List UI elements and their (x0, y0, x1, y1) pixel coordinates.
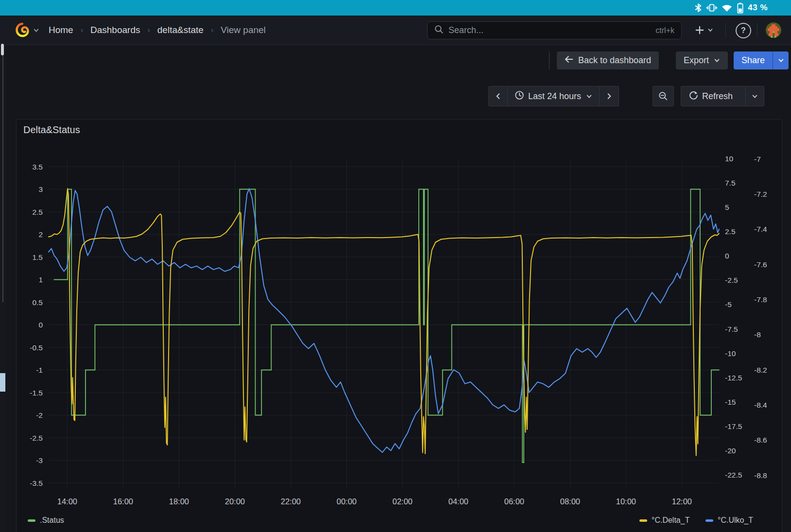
svg-text:-20: -20 (725, 446, 736, 455)
svg-text:-3.5: -3.5 (30, 479, 43, 487)
svg-text:08:00: 08:00 (560, 497, 580, 506)
left-scrollbar-thumb[interactable] (1, 44, 4, 55)
svg-text:-0.5: -0.5 (30, 343, 43, 352)
offscreen-panel-edge (0, 373, 5, 392)
svg-text:-7.6: -7.6 (754, 260, 767, 269)
svg-text:-7.4: -7.4 (754, 225, 767, 233)
svg-text:-15: -15 (725, 398, 736, 406)
legend-swatch-delta-t (639, 519, 647, 522)
svg-text:-8.8: -8.8 (754, 471, 767, 480)
svg-text:-7: -7 (754, 155, 761, 163)
svg-text:22:00: 22:00 (281, 497, 301, 506)
svg-text:-1: -1 (36, 366, 43, 374)
svg-text:10:00: 10:00 (616, 497, 636, 506)
svg-text:7.5: 7.5 (725, 179, 736, 187)
svg-text:0: 0 (38, 321, 43, 329)
svg-text:3: 3 (38, 185, 43, 193)
svg-text:2.5: 2.5 (725, 227, 736, 236)
svg-text:-8.6: -8.6 (754, 436, 767, 444)
svg-text:10: 10 (725, 154, 734, 163)
svg-text:14:00: 14:00 (57, 497, 77, 506)
svg-text:-8: -8 (754, 330, 761, 339)
svg-text:00:00: 00:00 (337, 497, 357, 506)
svg-text:06:00: 06:00 (504, 497, 524, 506)
svg-text:-3: -3 (36, 456, 43, 464)
svg-text:04:00: 04:00 (448, 497, 468, 506)
svg-text:3.5: 3.5 (32, 163, 43, 171)
svg-text:-22.5: -22.5 (725, 471, 742, 479)
svg-text:18:00: 18:00 (169, 497, 189, 506)
svg-text:-7.2: -7.2 (754, 190, 767, 198)
legend-item-status[interactable]: .Status (28, 516, 64, 525)
legend-label-ulko-t: °C.Ulko_T (718, 516, 753, 525)
legend-swatch-ulko-t (705, 519, 713, 522)
legend-label-delta-t: °C.Delta_T (652, 516, 689, 525)
svg-text:5: 5 (725, 203, 729, 211)
svg-text:-2.5: -2.5 (30, 434, 43, 442)
left-scrollbar-line (2, 55, 3, 302)
svg-text:-5: -5 (725, 300, 732, 309)
svg-text:-7.5: -7.5 (725, 325, 738, 333)
svg-text:-12.5: -12.5 (725, 374, 742, 382)
screen: 43 % Home › Dashboards › delta&state › V… (0, 0, 791, 532)
svg-text:-10: -10 (725, 349, 736, 358)
legend-item-ulko-t[interactable]: °C.Ulko_T (705, 516, 753, 525)
svg-text:12:00: 12:00 (672, 497, 692, 506)
svg-text:20:00: 20:00 (225, 497, 245, 506)
svg-text:2.5: 2.5 (32, 208, 43, 216)
svg-text:1: 1 (38, 275, 43, 284)
svg-text:-1.5: -1.5 (30, 389, 43, 397)
svg-text:-17.5: -17.5 (725, 422, 742, 430)
svg-text:-2: -2 (36, 411, 43, 419)
svg-text:-8.4: -8.4 (754, 401, 767, 409)
svg-text:16:00: 16:00 (113, 497, 133, 506)
legend-item-delta-t[interactable]: °C.Delta_T (639, 516, 689, 525)
svg-text:0.5: 0.5 (32, 298, 43, 307)
svg-text:-2.5: -2.5 (725, 276, 738, 284)
time-series-chart[interactable]: 3.532.521.510.50-0.5-1-1.5-2-2.5-3-3.510… (0, 0, 791, 532)
svg-text:02:00: 02:00 (393, 497, 413, 506)
legend-swatch-status (28, 519, 35, 522)
svg-text:-7.8: -7.8 (754, 295, 767, 304)
svg-text:0: 0 (725, 252, 729, 260)
svg-text:1.5: 1.5 (32, 253, 43, 261)
svg-text:-8.2: -8.2 (754, 366, 767, 374)
svg-text:2: 2 (38, 230, 43, 239)
legend-label-status: .Status (40, 516, 64, 525)
